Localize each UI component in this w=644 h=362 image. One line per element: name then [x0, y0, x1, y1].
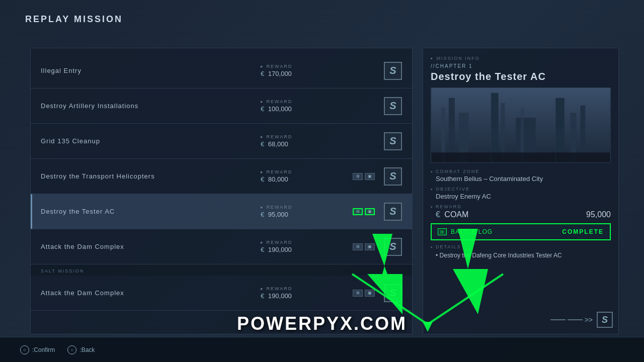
objective-row: OBJECTIVE Destroy Enemy AC [431, 187, 611, 200]
nav-arrows: >> [550, 316, 593, 324]
mission-info-panel: MISSION INFO //CHAPTER 1 Destroy the Tes… [423, 48, 619, 334]
combat-zone-row: COMBAT ZONE Southern Belius – Contaminat… [431, 169, 611, 183]
mission-row[interactable]: Attack the Dam Complex ▸ REWARD € 190,00… [31, 276, 412, 311]
reward-label: ▸ REWARD [261, 99, 292, 104]
s-badge: S [384, 238, 402, 256]
s-badge: S [384, 203, 402, 221]
reward-label: ▸ REWARD [261, 286, 292, 291]
reward-block: ▸ REWARD € 95,000 [261, 205, 341, 218]
nav-line-2 [568, 319, 583, 320]
reward-block: ▸ REWARD € 80,000 [261, 169, 341, 183]
reward-block: ▸ REWARD € 170,000 [261, 64, 341, 77]
svg-rect-11 [431, 152, 610, 162]
s-badge: S [384, 284, 402, 302]
reward-block: ▸ REWARD € 190,000 [261, 286, 341, 300]
battle-log-left: ⊟ BATTLE LOG [438, 228, 493, 235]
reward-value-row: € COAM 95,000 [431, 210, 611, 219]
record-icon: ▣ [365, 243, 375, 250]
reward-amount: 95,000 [586, 210, 611, 219]
battle-log-row[interactable]: ⊟ BATTLE LOG COMPLETE [431, 223, 611, 240]
icons-block: ⊞ ▣ [351, 173, 376, 180]
reward-label: ▸ REWARD [261, 64, 292, 69]
reward-value: € 100,000 [261, 105, 292, 113]
battle-log-status: COMPLETE [562, 228, 604, 235]
mission-name: Destroy Artillery Installations [41, 102, 261, 110]
reward-value: € 80,000 [261, 175, 288, 183]
confirm-hint: ○ :Confirm [20, 345, 55, 354]
reward-label-info: REWARD [431, 204, 611, 209]
reward-label: ▸ REWARD [261, 205, 292, 210]
reward-value: € 68,000 [261, 140, 288, 148]
mission-row[interactable]: Attack the Dam Complex ▸ REWARD € 190,00… [31, 229, 412, 264]
mission-image [431, 87, 611, 163]
right-panel-bottom: >> S [423, 308, 619, 332]
watermark: POWERPYX.COM [237, 313, 407, 334]
details-label: DETAILS [431, 244, 611, 249]
mission-list-panel: Illegal Entry ▸ REWARD € 170,000 S Destr… [30, 48, 413, 334]
icons-block: ⊞ ▣ [351, 243, 376, 250]
mission-title-right: Destroy the Tester AC [431, 71, 611, 82]
mission-row[interactable]: Destroy Artillery Installations ▸ REWARD… [31, 88, 412, 124]
mission-name: Destroy the Tester AC [41, 208, 261, 215]
battle-log-label: BATTLE LOG [451, 228, 493, 235]
chapter-label: //CHAPTER 1 [431, 63, 611, 69]
confirm-circle: ○ [20, 345, 29, 354]
reward-label: ▸ REWARD [261, 240, 292, 245]
back-label: :Back [79, 346, 95, 353]
mission-name: Destroy the Transport Helicopters [41, 172, 261, 180]
mission-row[interactable]: Destroy the Transport Helicopters ▸ REWA… [31, 159, 412, 194]
combat-zone-label: COMBAT ZONE [431, 169, 611, 174]
battle-log-icon: ⊟ [438, 228, 447, 235]
reward-value: € 170,000 [261, 70, 292, 77]
s-badge: S [384, 97, 402, 115]
s-badge: S [384, 62, 402, 80]
back-hint: ○ :Back [67, 345, 95, 354]
icons-block: ⊞ ▣ [351, 208, 376, 215]
s-badge: S [384, 167, 402, 186]
back-circle: ○ [67, 345, 76, 354]
s-rank-bottom: S [597, 312, 613, 328]
mission-name: Attack the Dam Complex [41, 289, 261, 297]
nav-line [550, 319, 566, 320]
reward-label: ▸ REWARD [261, 134, 292, 139]
s-badge: S [384, 132, 402, 150]
bottom-bar: ○ :Confirm ○ :Back [0, 337, 644, 362]
combat-zone-value: Southern Belius – Contaminated City [431, 175, 611, 183]
reward-unit: COAM [444, 210, 468, 219]
mission-list: Illegal Entry ▸ REWARD € 170,000 S Destr… [31, 48, 412, 316]
record-icon-green: ▣ [365, 208, 375, 215]
section-label: SALT MISSION [31, 264, 412, 276]
screen: REPLAY MISSION Illegal Entry ▸ REWARD € … [0, 0, 644, 362]
detail-item: Destroy the Dafeng Core Industries Teste… [431, 252, 611, 259]
objective-label: OBJECTIVE [431, 187, 611, 192]
page-title: REPLAY MISSION [25, 14, 123, 25]
record-icon: ▣ [365, 290, 375, 297]
objective-value: Destroy Enemy AC [431, 193, 611, 200]
reward-value: € 190,000 [261, 246, 292, 253]
mission-row-active[interactable]: Destroy the Tester AC ▸ REWARD € 95,000 … [31, 194, 412, 229]
replay-icon-green: ⊞ [353, 208, 363, 215]
mission-name: Illegal Entry [41, 67, 261, 74]
mission-name: Attack the Dam Complex [41, 243, 261, 250]
nav-arrow-right: >> [585, 316, 593, 324]
confirm-label: :Confirm [32, 346, 55, 353]
reward-block: ▸ REWARD € 68,000 [261, 134, 341, 148]
replay-icon: ⊞ [353, 173, 363, 180]
reward-row-info: REWARD € COAM 95,000 [431, 204, 611, 219]
reward-label: ▸ REWARD [261, 169, 292, 174]
mission-row[interactable]: Illegal Entry ▸ REWARD € 170,000 S [31, 53, 412, 88]
svg-rect-12 [431, 128, 610, 152]
replay-icon: ⊞ [353, 243, 363, 250]
reward-block: ▸ REWARD € 190,000 [261, 240, 341, 253]
mission-info-label: MISSION INFO [431, 56, 611, 61]
icons-block: ⊞ ▣ [351, 290, 376, 297]
record-icon: ▣ [365, 173, 375, 180]
replay-icon: ⊞ [353, 290, 363, 297]
reward-currency: € COAM [436, 210, 468, 219]
reward-block: ▸ REWARD € 100,000 [261, 99, 341, 113]
mission-row[interactable]: Grid 135 Cleanup ▸ REWARD € 68,000 S [31, 124, 412, 159]
mission-name: Grid 135 Cleanup [41, 137, 261, 145]
reward-value: € 190,000 [261, 292, 292, 300]
reward-value: € 95,000 [261, 211, 288, 218]
